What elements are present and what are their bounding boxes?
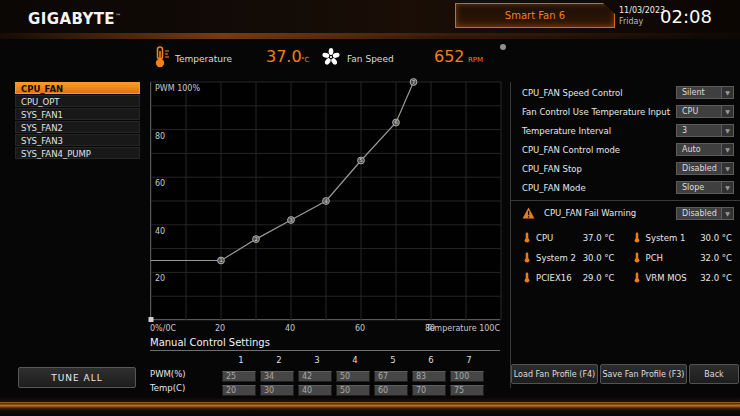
top-bar: GIGABYTE™ Smart Fan 6 11/03/2023 Friday … bbox=[0, 0, 740, 36]
tab-smart-fan-6[interactable]: Smart Fan 6 bbox=[455, 3, 615, 28]
thermometer-icon bbox=[633, 232, 641, 243]
sensor-value: 29.0 °C bbox=[583, 273, 625, 283]
chevron-down-icon[interactable] bbox=[721, 162, 734, 175]
curve-point-7[interactable]: 7 bbox=[410, 79, 417, 86]
setting-label: CPU_FAN Mode bbox=[522, 183, 586, 193]
fan-curve-svg: 1234567 bbox=[151, 82, 501, 320]
temp-input-dropdown[interactable]: CPU bbox=[676, 105, 734, 118]
temperature-value: 37.0 bbox=[266, 47, 302, 66]
curve-point-3[interactable]: 3 bbox=[288, 217, 295, 224]
temperature-unit: °C bbox=[301, 56, 309, 64]
x-axis-tick: Temperature 100C bbox=[426, 324, 500, 333]
chevron-down-icon[interactable] bbox=[721, 105, 734, 118]
fan-item-cpu-opt[interactable]: CPU_OPT bbox=[15, 95, 140, 107]
time-label: 02:08 bbox=[660, 6, 712, 27]
manual-control-table: 1 2 3 4 5 6 7 PWM(%) Temp(C) bbox=[150, 353, 500, 394]
temp-input-5[interactable] bbox=[374, 385, 408, 396]
bottom-glow-line bbox=[0, 402, 740, 403]
dropdown-value: Auto bbox=[676, 143, 721, 156]
fan-item-sys-fan1[interactable]: SYS_FAN1 bbox=[15, 108, 140, 120]
setting-row-fan-mode: CPU_FAN Mode Slope bbox=[511, 178, 740, 197]
temp-row-label: Temp(C) bbox=[150, 383, 222, 393]
column-header-6: 6 bbox=[412, 355, 450, 365]
smart-fan-screen: GIGABYTE™ Smart Fan 6 11/03/2023 Friday … bbox=[0, 0, 740, 416]
date-label: 11/03/2023 bbox=[619, 6, 665, 16]
chevron-down-icon[interactable] bbox=[721, 181, 734, 194]
fail-warning-dropdown[interactable]: Disabled bbox=[676, 207, 734, 220]
thermometer-icon bbox=[523, 252, 531, 263]
chevron-down-icon[interactable] bbox=[721, 124, 734, 137]
curve-point-5[interactable]: 5 bbox=[358, 157, 365, 164]
fan-item-sys-fan3[interactable]: SYS_FAN3 bbox=[15, 134, 140, 146]
x-axis-tick: 20 bbox=[215, 324, 225, 333]
curve-point-4[interactable]: 4 bbox=[323, 198, 330, 205]
fan-item-sys-fan2[interactable]: SYS_FAN2 bbox=[15, 121, 140, 133]
dropdown-value: CPU bbox=[676, 105, 721, 118]
thermometer-icon bbox=[523, 272, 531, 283]
indicator-dot bbox=[500, 44, 506, 50]
thermometer-icon bbox=[523, 232, 531, 243]
dropdown-value: Slope bbox=[676, 181, 721, 194]
trademark-symbol: ™ bbox=[115, 12, 121, 19]
fail-warning-label: CPU_FAN Fail Warning bbox=[544, 208, 636, 218]
topbar-glow-streak bbox=[0, 33, 740, 39]
fan-list: CPU_FAN CPU_OPT SYS_FAN1 SYS_FAN2 SYS_FA… bbox=[15, 82, 140, 160]
setting-row-fan-stop: CPU_FAN Stop Disabled bbox=[511, 159, 740, 178]
sensor-value: 37.0 °C bbox=[583, 233, 625, 243]
setting-label: Fan Control Use Temperature Input bbox=[522, 107, 670, 117]
column-header-4: 4 bbox=[336, 355, 374, 365]
fan-mode-dropdown[interactable]: Slope bbox=[676, 181, 734, 194]
column-header-1: 1 bbox=[222, 355, 260, 365]
temp-input-7[interactable] bbox=[450, 385, 484, 396]
svg-text:2: 2 bbox=[254, 236, 257, 242]
back-button[interactable]: Back bbox=[689, 364, 739, 384]
curve-point-6[interactable]: 6 bbox=[393, 119, 400, 126]
chevron-down-icon[interactable] bbox=[721, 207, 734, 220]
x-axis-tick: 60 bbox=[355, 324, 365, 333]
temp-interval-dropdown[interactable]: 3 bbox=[676, 124, 734, 137]
x-axis-tick: 40 bbox=[285, 324, 295, 333]
speed-control-dropdown[interactable]: Silent bbox=[676, 86, 734, 99]
svg-text:4: 4 bbox=[324, 198, 327, 204]
sensor-name: System 2 bbox=[536, 253, 576, 263]
sensor-cpu: CPU 37.0 °C bbox=[523, 232, 625, 243]
temp-input-3[interactable] bbox=[298, 385, 332, 396]
origin-handle[interactable] bbox=[149, 317, 154, 322]
save-fan-profile-button[interactable]: Save Fan Profile (F3) bbox=[600, 364, 687, 384]
fan-speed-value: 652 bbox=[434, 47, 465, 66]
fan-speed-unit: RPM bbox=[468, 56, 483, 64]
setting-label: CPU_FAN Stop bbox=[522, 164, 582, 174]
control-mode-dropdown[interactable]: Auto bbox=[676, 143, 734, 156]
svg-text:7: 7 bbox=[412, 79, 415, 85]
sensor-pciex16: PCIEX16 29.0 °C bbox=[523, 272, 625, 283]
y-axis-tick: 80 bbox=[155, 132, 165, 141]
sensor-name: PCIEX16 bbox=[536, 273, 572, 283]
fan-stop-dropdown[interactable]: Disabled bbox=[676, 162, 734, 175]
temp-input-6[interactable] bbox=[412, 385, 446, 396]
y-axis-tick: 60 bbox=[155, 179, 165, 188]
setting-row-speed-control: CPU_FAN Speed Control Silent bbox=[511, 83, 740, 102]
setting-label: CPU_FAN Speed Control bbox=[522, 88, 623, 98]
temp-input-4[interactable] bbox=[336, 385, 370, 396]
temp-input-1[interactable] bbox=[222, 385, 256, 396]
fan-curve-chart[interactable]: 1234567 PWM 100%80604020 bbox=[150, 82, 500, 320]
fail-warning-row: CPU_FAN Fail Warning Disabled bbox=[511, 203, 740, 223]
tune-all-button[interactable]: TUNE ALL bbox=[18, 367, 136, 388]
thermometer-icon bbox=[633, 272, 641, 283]
curve-point-1[interactable]: 1 bbox=[218, 257, 225, 264]
fan-icon bbox=[321, 47, 341, 67]
settings-panel: CPU_FAN Speed Control Silent Fan Control… bbox=[511, 83, 740, 283]
sensor-name: CPU bbox=[536, 233, 553, 243]
fan-item-sys-fan4-pump[interactable]: SYS_FAN4_PUMP bbox=[15, 147, 140, 159]
fan-item-cpu-fan[interactable]: CPU_FAN bbox=[15, 82, 140, 94]
chevron-down-icon[interactable] bbox=[721, 86, 734, 99]
day-label: Friday bbox=[619, 17, 643, 26]
sensor-name: PCH bbox=[646, 253, 663, 263]
load-fan-profile-button[interactable]: Load Fan Profile (F4) bbox=[511, 364, 598, 384]
column-header-3: 3 bbox=[298, 355, 336, 365]
dropdown-value: Silent bbox=[676, 86, 721, 99]
temp-input-2[interactable] bbox=[260, 385, 294, 396]
chevron-down-icon[interactable] bbox=[721, 143, 734, 156]
curve-point-2[interactable]: 2 bbox=[253, 236, 260, 243]
setting-row-temp-interval: Temperature Interval 3 bbox=[511, 121, 740, 140]
